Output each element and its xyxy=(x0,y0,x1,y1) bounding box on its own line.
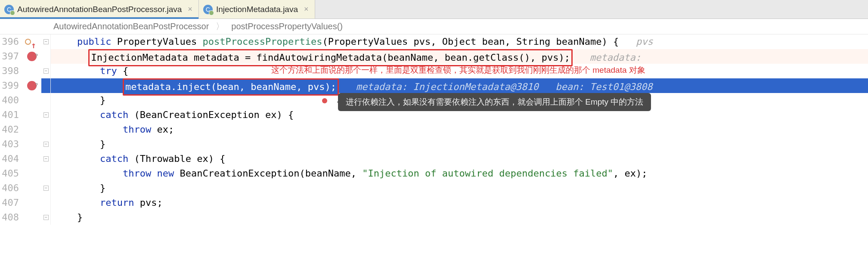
code-content[interactable]: public PropertyValues postProcessPropert… xyxy=(51,34,868,49)
code-line-current: 399 metadata.inject(bean, beanName, pvs)… xyxy=(0,78,868,93)
java-class-icon: C xyxy=(203,5,213,14)
code-line: 407 return pvs; xyxy=(0,195,868,210)
code-line: 408 − } xyxy=(0,210,868,225)
line-number: 407 xyxy=(0,195,22,210)
code-line: 396 − public PropertyValues postProcessP… xyxy=(0,34,868,49)
code-content[interactable]: return pvs; xyxy=(51,195,868,210)
line-number: 406 xyxy=(0,181,22,195)
line-number: 403 xyxy=(0,137,22,152)
code-content[interactable]: } xyxy=(51,210,868,225)
line-number: 396 xyxy=(0,34,22,49)
tab-label: AutowiredAnnotationBeanPostProcessor.jav… xyxy=(17,5,182,14)
code-content[interactable]: } xyxy=(51,181,868,195)
code-content[interactable]: throw new BeanCreationException(beanName… xyxy=(51,166,868,181)
code-line: 401 − catch (BeanCreationException ex) { xyxy=(0,108,868,122)
code-line: 403 − } xyxy=(0,137,868,152)
code-line: 397 InjectionMetadata metadata = findAut… xyxy=(0,49,868,64)
fold-handle[interactable]: − xyxy=(41,64,51,78)
fold-gutter xyxy=(41,195,51,210)
tab-label: InjectionMetadata.java xyxy=(216,5,298,14)
fold-gutter xyxy=(41,166,51,181)
chevron-right-icon: 〉 xyxy=(216,21,224,32)
code-content[interactable]: throw ex; xyxy=(51,122,868,137)
java-class-icon: C xyxy=(4,5,14,14)
code-line: 406 − } xyxy=(0,181,868,195)
line-number: 404 xyxy=(0,152,22,166)
line-number: 402 xyxy=(0,122,22,137)
fold-gutter xyxy=(41,122,51,137)
fold-handle[interactable]: − xyxy=(41,34,51,49)
code-content[interactable]: catch (BeanCreationException ex) { xyxy=(51,108,868,122)
fold-gutter xyxy=(41,49,51,64)
fold-handle[interactable]: − xyxy=(41,137,51,152)
code-content[interactable]: catch (Throwable ex) { xyxy=(51,152,868,166)
fold-gutter xyxy=(41,93,51,108)
code-line: 402 throw ex; xyxy=(0,122,868,137)
tab-autowired-processor[interactable]: C AutowiredAnnotationBeanPostProcessor.j… xyxy=(0,0,199,19)
line-number: 405 xyxy=(0,166,22,181)
marker-dot-icon xyxy=(322,98,327,103)
line-number: 401 xyxy=(0,108,22,122)
breadcrumb: AutowiredAnnotationBeanPostProcessor 〉 p… xyxy=(0,19,868,34)
inline-hint: metadata: InjectionMetadata@3810 bean: T… xyxy=(356,81,653,92)
line-number: 398 xyxy=(0,64,22,78)
gutter-icon-override[interactable] xyxy=(22,34,41,49)
close-icon[interactable]: × xyxy=(304,5,309,14)
fold-handle[interactable]: − xyxy=(41,152,51,166)
breadcrumb-method[interactable]: postProcessPropertyValues() xyxy=(231,22,343,31)
code-line: 404 − catch (Throwable ex) { xyxy=(0,152,868,166)
line-number: 408 xyxy=(0,210,22,225)
close-icon[interactable]: × xyxy=(188,5,192,14)
fold-gutter xyxy=(41,78,51,93)
tab-injection-metadata[interactable]: C InjectionMetadata.java × xyxy=(199,0,315,19)
code-content[interactable]: metadata.inject(bean, beanName, pvs); me… xyxy=(51,78,868,93)
line-number: 397 xyxy=(0,49,22,64)
code-line: 405 throw new BeanCreationException(bean… xyxy=(0,166,868,181)
editor-tab-bar: C AutowiredAnnotationBeanPostProcessor.j… xyxy=(0,0,868,19)
line-number: 399 xyxy=(0,78,22,93)
code-editor[interactable]: 396 − public PropertyValues postProcessP… xyxy=(0,34,868,225)
line-number: 400 xyxy=(0,93,22,108)
fold-handle[interactable]: − xyxy=(41,108,51,122)
inline-hint: metadata: xyxy=(590,52,641,63)
annotation-text: 这个方法和上面说的那个一样，里面是双重检查锁，其实就是获取到我们刚刚生成的那个 … xyxy=(271,65,645,76)
fold-handle[interactable]: − xyxy=(41,210,51,225)
code-content[interactable]: } xyxy=(51,137,868,152)
code-content[interactable]: InjectionMetadata metadata = findAutowir… xyxy=(51,49,868,64)
breakpoint-icon[interactable] xyxy=(22,49,41,64)
breakpoint-icon[interactable] xyxy=(22,78,41,93)
inline-hint: pvs xyxy=(636,36,653,47)
fold-handle[interactable]: − xyxy=(41,181,51,195)
breadcrumb-class[interactable]: AutowiredAnnotationBeanPostProcessor xyxy=(53,22,209,31)
